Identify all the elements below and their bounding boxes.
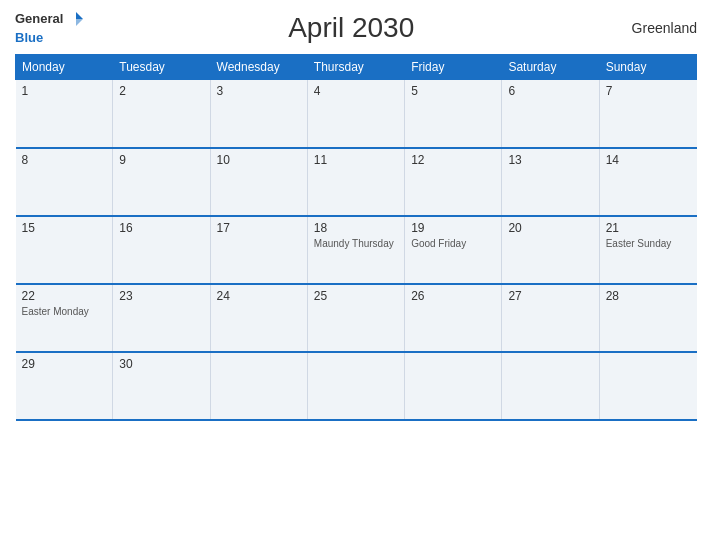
col-saturday: Saturday xyxy=(502,55,599,80)
logo-flag-icon xyxy=(67,10,85,28)
day-number: 29 xyxy=(22,357,107,371)
day-number: 18 xyxy=(314,221,398,235)
col-tuesday: Tuesday xyxy=(113,55,210,80)
calendar-cell: 11 xyxy=(307,148,404,216)
calendar-cell: 17 xyxy=(210,216,307,284)
calendar-cell: 24 xyxy=(210,284,307,352)
calendar-cell xyxy=(405,352,502,420)
calendar-cell: 1 xyxy=(16,80,113,148)
day-number: 8 xyxy=(22,153,107,167)
event-label: Easter Sunday xyxy=(606,237,691,250)
calendar-cell: 23 xyxy=(113,284,210,352)
day-number: 20 xyxy=(508,221,592,235)
calendar-cell: 2 xyxy=(113,80,210,148)
day-number: 26 xyxy=(411,289,495,303)
event-label: Good Friday xyxy=(411,237,495,250)
day-number: 12 xyxy=(411,153,495,167)
calendar-week-row: 22Easter Monday232425262728 xyxy=(16,284,697,352)
day-number: 1 xyxy=(22,84,107,98)
calendar-table: Monday Tuesday Wednesday Thursday Friday… xyxy=(15,54,697,421)
calendar-cell: 28 xyxy=(599,284,696,352)
calendar-week-row: 2930 xyxy=(16,352,697,420)
calendar-cell: 29 xyxy=(16,352,113,420)
day-number: 3 xyxy=(217,84,301,98)
calendar-cell: 16 xyxy=(113,216,210,284)
day-number: 9 xyxy=(119,153,203,167)
event-label: Easter Monday xyxy=(22,305,107,318)
svg-marker-1 xyxy=(76,19,83,26)
day-number: 11 xyxy=(314,153,398,167)
day-number: 2 xyxy=(119,84,203,98)
calendar-cell: 13 xyxy=(502,148,599,216)
day-number: 10 xyxy=(217,153,301,167)
calendar-week-row: 1234567 xyxy=(16,80,697,148)
day-number: 21 xyxy=(606,221,691,235)
calendar-cell: 14 xyxy=(599,148,696,216)
calendar-cell: 6 xyxy=(502,80,599,148)
col-monday: Monday xyxy=(16,55,113,80)
calendar-page: General Blue April 2030 Greenland Monday… xyxy=(0,0,712,550)
calendar-cell: 15 xyxy=(16,216,113,284)
logo-text-blue: Blue xyxy=(15,30,43,45)
calendar-cell: 3 xyxy=(210,80,307,148)
day-number: 22 xyxy=(22,289,107,303)
day-number: 28 xyxy=(606,289,691,303)
calendar-cell xyxy=(599,352,696,420)
page-title: April 2030 xyxy=(85,12,617,44)
calendar-cell: 20 xyxy=(502,216,599,284)
day-number: 5 xyxy=(411,84,495,98)
calendar-cell: 21Easter Sunday xyxy=(599,216,696,284)
day-number: 17 xyxy=(217,221,301,235)
calendar-cell: 5 xyxy=(405,80,502,148)
col-sunday: Sunday xyxy=(599,55,696,80)
col-wednesday: Wednesday xyxy=(210,55,307,80)
day-number: 27 xyxy=(508,289,592,303)
day-number: 25 xyxy=(314,289,398,303)
calendar-cell: 30 xyxy=(113,352,210,420)
logo-text-general: General xyxy=(15,12,63,26)
calendar-cell: 27 xyxy=(502,284,599,352)
calendar-cell xyxy=(307,352,404,420)
day-number: 7 xyxy=(606,84,691,98)
calendar-header-row: Monday Tuesday Wednesday Thursday Friday… xyxy=(16,55,697,80)
page-header: General Blue April 2030 Greenland xyxy=(15,10,697,46)
day-number: 15 xyxy=(22,221,107,235)
calendar-cell: 18Maundy Thursday xyxy=(307,216,404,284)
col-thursday: Thursday xyxy=(307,55,404,80)
calendar-week-row: 891011121314 xyxy=(16,148,697,216)
calendar-cell xyxy=(502,352,599,420)
calendar-cell: 8 xyxy=(16,148,113,216)
calendar-cell: 7 xyxy=(599,80,696,148)
calendar-week-row: 15161718Maundy Thursday19Good Friday2021… xyxy=(16,216,697,284)
day-number: 19 xyxy=(411,221,495,235)
day-number: 6 xyxy=(508,84,592,98)
calendar-cell: 10 xyxy=(210,148,307,216)
day-number: 4 xyxy=(314,84,398,98)
day-number: 24 xyxy=(217,289,301,303)
day-number: 30 xyxy=(119,357,203,371)
calendar-cell: 25 xyxy=(307,284,404,352)
calendar-cell: 4 xyxy=(307,80,404,148)
day-number: 14 xyxy=(606,153,691,167)
col-friday: Friday xyxy=(405,55,502,80)
event-label: Maundy Thursday xyxy=(314,237,398,250)
logo: General Blue xyxy=(15,10,85,46)
calendar-cell: 12 xyxy=(405,148,502,216)
calendar-cell: 19Good Friday xyxy=(405,216,502,284)
day-number: 16 xyxy=(119,221,203,235)
calendar-cell: 9 xyxy=(113,148,210,216)
day-number: 23 xyxy=(119,289,203,303)
day-number: 13 xyxy=(508,153,592,167)
calendar-cell: 22Easter Monday xyxy=(16,284,113,352)
calendar-cell: 26 xyxy=(405,284,502,352)
svg-marker-0 xyxy=(76,12,83,19)
calendar-cell xyxy=(210,352,307,420)
region-label: Greenland xyxy=(617,20,697,36)
